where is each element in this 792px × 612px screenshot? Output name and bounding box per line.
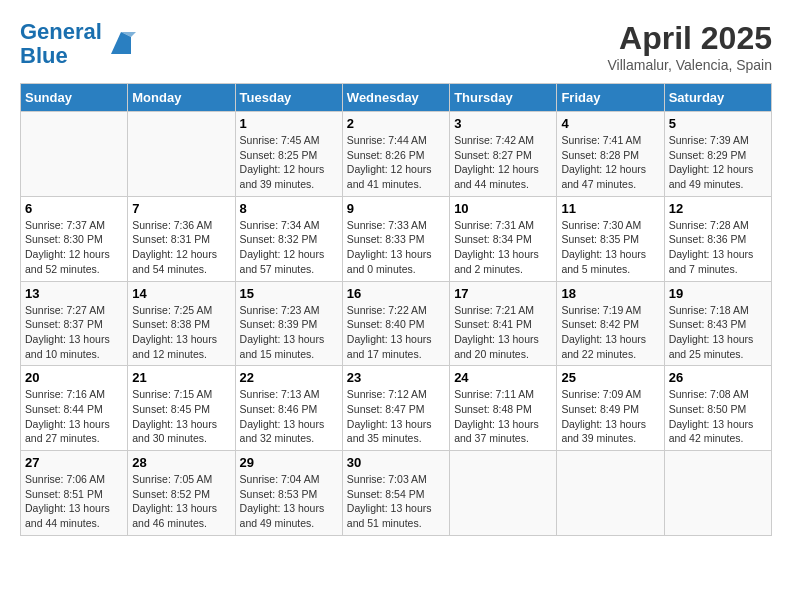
week-row-0: 1Sunrise: 7:45 AM Sunset: 8:25 PM Daylig… — [21, 112, 772, 197]
col-sunday: Sunday — [21, 84, 128, 112]
day-number: 14 — [132, 286, 230, 301]
day-info: Sunrise: 7:06 AM Sunset: 8:51 PM Dayligh… — [25, 472, 123, 531]
day-info: Sunrise: 7:21 AM Sunset: 8:41 PM Dayligh… — [454, 303, 552, 362]
day-info: Sunrise: 7:37 AM Sunset: 8:30 PM Dayligh… — [25, 218, 123, 277]
calendar-cell: 12Sunrise: 7:28 AM Sunset: 8:36 PM Dayli… — [664, 196, 771, 281]
day-number: 29 — [240, 455, 338, 470]
day-number: 27 — [25, 455, 123, 470]
day-info: Sunrise: 7:18 AM Sunset: 8:43 PM Dayligh… — [669, 303, 767, 362]
calendar-cell — [664, 451, 771, 536]
day-number: 3 — [454, 116, 552, 131]
col-thursday: Thursday — [450, 84, 557, 112]
day-info: Sunrise: 7:13 AM Sunset: 8:46 PM Dayligh… — [240, 387, 338, 446]
calendar-cell: 9Sunrise: 7:33 AM Sunset: 8:33 PM Daylig… — [342, 196, 449, 281]
calendar-cell: 17Sunrise: 7:21 AM Sunset: 8:41 PM Dayli… — [450, 281, 557, 366]
day-number: 2 — [347, 116, 445, 131]
day-number: 24 — [454, 370, 552, 385]
day-info: Sunrise: 7:08 AM Sunset: 8:50 PM Dayligh… — [669, 387, 767, 446]
calendar-cell: 26Sunrise: 7:08 AM Sunset: 8:50 PM Dayli… — [664, 366, 771, 451]
page-header: General Blue April 2025 Villamalur, Vale… — [20, 20, 772, 73]
calendar-cell: 4Sunrise: 7:41 AM Sunset: 8:28 PM Daylig… — [557, 112, 664, 197]
day-info: Sunrise: 7:31 AM Sunset: 8:34 PM Dayligh… — [454, 218, 552, 277]
day-number: 12 — [669, 201, 767, 216]
logo-line1: General — [20, 19, 102, 44]
header-row: Sunday Monday Tuesday Wednesday Thursday… — [21, 84, 772, 112]
day-number: 13 — [25, 286, 123, 301]
day-info: Sunrise: 7:45 AM Sunset: 8:25 PM Dayligh… — [240, 133, 338, 192]
day-info: Sunrise: 7:30 AM Sunset: 8:35 PM Dayligh… — [561, 218, 659, 277]
day-info: Sunrise: 7:16 AM Sunset: 8:44 PM Dayligh… — [25, 387, 123, 446]
day-info: Sunrise: 7:19 AM Sunset: 8:42 PM Dayligh… — [561, 303, 659, 362]
calendar-cell: 7Sunrise: 7:36 AM Sunset: 8:31 PM Daylig… — [128, 196, 235, 281]
calendar-cell: 6Sunrise: 7:37 AM Sunset: 8:30 PM Daylig… — [21, 196, 128, 281]
calendar-cell: 18Sunrise: 7:19 AM Sunset: 8:42 PM Dayli… — [557, 281, 664, 366]
month-title: April 2025 — [608, 20, 772, 57]
day-number: 6 — [25, 201, 123, 216]
calendar-cell: 28Sunrise: 7:05 AM Sunset: 8:52 PM Dayli… — [128, 451, 235, 536]
day-info: Sunrise: 7:41 AM Sunset: 8:28 PM Dayligh… — [561, 133, 659, 192]
calendar-cell: 22Sunrise: 7:13 AM Sunset: 8:46 PM Dayli… — [235, 366, 342, 451]
day-info: Sunrise: 7:23 AM Sunset: 8:39 PM Dayligh… — [240, 303, 338, 362]
week-row-2: 13Sunrise: 7:27 AM Sunset: 8:37 PM Dayli… — [21, 281, 772, 366]
logo: General Blue — [20, 20, 136, 68]
day-info: Sunrise: 7:15 AM Sunset: 8:45 PM Dayligh… — [132, 387, 230, 446]
day-number: 17 — [454, 286, 552, 301]
calendar-cell: 16Sunrise: 7:22 AM Sunset: 8:40 PM Dayli… — [342, 281, 449, 366]
logo-line2: Blue — [20, 43, 68, 68]
col-tuesday: Tuesday — [235, 84, 342, 112]
day-number: 18 — [561, 286, 659, 301]
calendar-cell: 20Sunrise: 7:16 AM Sunset: 8:44 PM Dayli… — [21, 366, 128, 451]
calendar-cell: 23Sunrise: 7:12 AM Sunset: 8:47 PM Dayli… — [342, 366, 449, 451]
week-row-3: 20Sunrise: 7:16 AM Sunset: 8:44 PM Dayli… — [21, 366, 772, 451]
calendar-cell: 11Sunrise: 7:30 AM Sunset: 8:35 PM Dayli… — [557, 196, 664, 281]
col-monday: Monday — [128, 84, 235, 112]
calendar-cell: 15Sunrise: 7:23 AM Sunset: 8:39 PM Dayli… — [235, 281, 342, 366]
col-saturday: Saturday — [664, 84, 771, 112]
logo-icon — [106, 29, 136, 59]
calendar-cell: 1Sunrise: 7:45 AM Sunset: 8:25 PM Daylig… — [235, 112, 342, 197]
day-info: Sunrise: 7:04 AM Sunset: 8:53 PM Dayligh… — [240, 472, 338, 531]
day-info: Sunrise: 7:05 AM Sunset: 8:52 PM Dayligh… — [132, 472, 230, 531]
day-number: 22 — [240, 370, 338, 385]
calendar-header: Sunday Monday Tuesday Wednesday Thursday… — [21, 84, 772, 112]
calendar-cell: 13Sunrise: 7:27 AM Sunset: 8:37 PM Dayli… — [21, 281, 128, 366]
calendar-cell: 24Sunrise: 7:11 AM Sunset: 8:48 PM Dayli… — [450, 366, 557, 451]
location: Villamalur, Valencia, Spain — [608, 57, 772, 73]
day-number: 19 — [669, 286, 767, 301]
day-info: Sunrise: 7:09 AM Sunset: 8:49 PM Dayligh… — [561, 387, 659, 446]
day-number: 16 — [347, 286, 445, 301]
day-number: 4 — [561, 116, 659, 131]
day-info: Sunrise: 7:44 AM Sunset: 8:26 PM Dayligh… — [347, 133, 445, 192]
day-info: Sunrise: 7:28 AM Sunset: 8:36 PM Dayligh… — [669, 218, 767, 277]
calendar-cell: 8Sunrise: 7:34 AM Sunset: 8:32 PM Daylig… — [235, 196, 342, 281]
logo-text: General Blue — [20, 20, 102, 68]
calendar-cell: 25Sunrise: 7:09 AM Sunset: 8:49 PM Dayli… — [557, 366, 664, 451]
day-number: 8 — [240, 201, 338, 216]
calendar-cell: 5Sunrise: 7:39 AM Sunset: 8:29 PM Daylig… — [664, 112, 771, 197]
calendar-cell: 29Sunrise: 7:04 AM Sunset: 8:53 PM Dayli… — [235, 451, 342, 536]
day-number: 20 — [25, 370, 123, 385]
day-info: Sunrise: 7:11 AM Sunset: 8:48 PM Dayligh… — [454, 387, 552, 446]
day-info: Sunrise: 7:33 AM Sunset: 8:33 PM Dayligh… — [347, 218, 445, 277]
day-info: Sunrise: 7:12 AM Sunset: 8:47 PM Dayligh… — [347, 387, 445, 446]
day-info: Sunrise: 7:25 AM Sunset: 8:38 PM Dayligh… — [132, 303, 230, 362]
day-info: Sunrise: 7:42 AM Sunset: 8:27 PM Dayligh… — [454, 133, 552, 192]
day-number: 15 — [240, 286, 338, 301]
calendar-cell: 3Sunrise: 7:42 AM Sunset: 8:27 PM Daylig… — [450, 112, 557, 197]
day-info: Sunrise: 7:22 AM Sunset: 8:40 PM Dayligh… — [347, 303, 445, 362]
day-number: 21 — [132, 370, 230, 385]
calendar-table: Sunday Monday Tuesday Wednesday Thursday… — [20, 83, 772, 536]
title-block: April 2025 Villamalur, Valencia, Spain — [608, 20, 772, 73]
calendar-body: 1Sunrise: 7:45 AM Sunset: 8:25 PM Daylig… — [21, 112, 772, 536]
calendar-cell — [557, 451, 664, 536]
day-number: 9 — [347, 201, 445, 216]
week-row-1: 6Sunrise: 7:37 AM Sunset: 8:30 PM Daylig… — [21, 196, 772, 281]
calendar-cell: 27Sunrise: 7:06 AM Sunset: 8:51 PM Dayli… — [21, 451, 128, 536]
calendar-cell: 19Sunrise: 7:18 AM Sunset: 8:43 PM Dayli… — [664, 281, 771, 366]
day-info: Sunrise: 7:03 AM Sunset: 8:54 PM Dayligh… — [347, 472, 445, 531]
calendar-cell: 21Sunrise: 7:15 AM Sunset: 8:45 PM Dayli… — [128, 366, 235, 451]
calendar-cell: 10Sunrise: 7:31 AM Sunset: 8:34 PM Dayli… — [450, 196, 557, 281]
col-wednesday: Wednesday — [342, 84, 449, 112]
calendar-cell: 14Sunrise: 7:25 AM Sunset: 8:38 PM Dayli… — [128, 281, 235, 366]
day-info: Sunrise: 7:27 AM Sunset: 8:37 PM Dayligh… — [25, 303, 123, 362]
